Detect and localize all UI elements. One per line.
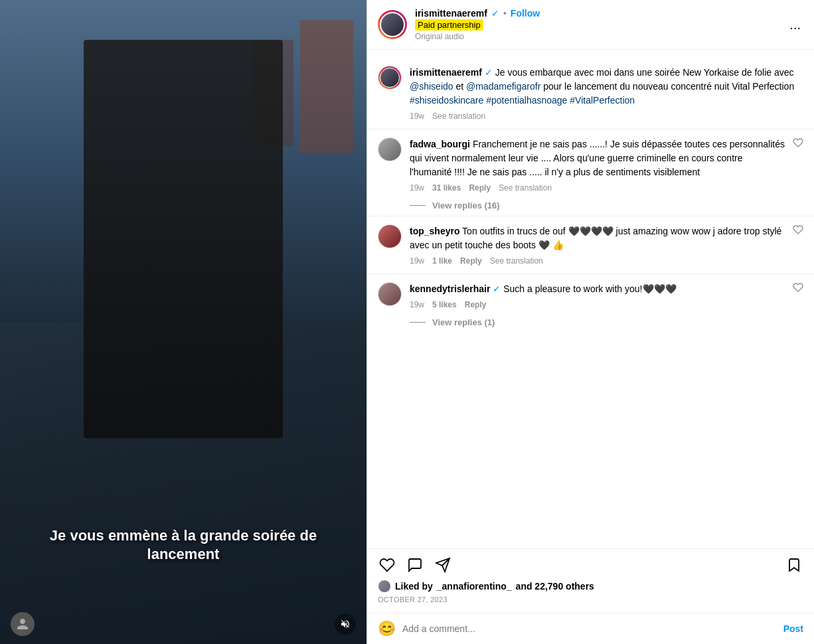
more-options-button[interactable]: ... (787, 15, 803, 35)
fadwa-reply-button[interactable]: Reply (469, 183, 491, 193)
caption-text-part1: Je vous embarque avec moi dans une soiré… (495, 67, 794, 78)
original-audio[interactable]: Original audio (415, 32, 779, 41)
fadwa-username[interactable]: fadwa_bourgi (410, 139, 470, 149)
comments-panel: irismittenaeremf ✓ • Follow Paid partner… (366, 0, 814, 644)
caption-translate-button[interactable]: See translation (432, 112, 485, 121)
video-panel: Je vous emmène à la grande soirée de lan… (0, 0, 366, 644)
kennedy-likes: 5 likes (432, 300, 457, 309)
comment-input[interactable] (402, 623, 777, 634)
caption-text-part2: et (455, 81, 466, 92)
section-divider-2 (367, 216, 814, 216)
kennedy-heart-button[interactable] (793, 282, 803, 295)
likes-avatar (378, 580, 391, 593)
sheyro-text: top_sheyro Ton outfits in trucs de ouf 🖤… (410, 224, 785, 252)
action-left (378, 556, 452, 574)
fadwa-time: 19w (410, 183, 424, 193)
caption-hashtag1[interactable]: #shiseidoskincare (410, 95, 483, 106)
comments-feed: irismittenaeremf ✓ Je vous embarque avec… (367, 50, 814, 548)
dot-separator: • (503, 8, 507, 19)
add-comment-row: 😊 Post (367, 613, 814, 644)
caption-text: irismittenaeremf ✓ Je vous embarque avec… (410, 66, 803, 108)
post-header: irismittenaeremf ✓ • Follow Paid partner… (367, 0, 814, 50)
paid-partnership-badge: Paid partnership (415, 19, 483, 31)
fadwa-likes: 31 likes (432, 183, 461, 193)
fadwa-content: fadwa_bourgi Franchement je ne sais pas … (410, 137, 785, 193)
fadwa-view-replies-row: View replies (16) (367, 198, 814, 213)
like-button[interactable] (378, 556, 396, 574)
comment-button[interactable] (406, 556, 424, 574)
paid-partnership-row: Paid partnership (415, 19, 779, 31)
profile-icon[interactable] (11, 612, 35, 636)
sheyro-content: top_sheyro Ton outfits in trucs de ouf 🖤… (410, 224, 785, 266)
caption-time: 19w (410, 112, 424, 121)
fadwa-meta: 19w 31 likes Reply See translation (410, 183, 785, 193)
kennedy-username[interactable]: kennedytrislerhair (410, 283, 490, 294)
mute-icon[interactable] (335, 613, 356, 635)
follow-button[interactable]: Follow (511, 8, 540, 19)
emoji-button[interactable]: 😊 (378, 620, 396, 637)
fadwa-view-replies-button[interactable]: View replies (16) (432, 201, 500, 210)
caption-text-part3: pour le lancement du nouveau concentré n… (543, 81, 794, 92)
section-divider-3 (367, 274, 814, 274)
video-bottom-bar (0, 604, 366, 644)
video-caption: Je vous emmène à la grande soirée de lan… (0, 526, 366, 564)
section-divider-1 (367, 129, 814, 129)
sheyro-reply-button[interactable]: Reply (460, 256, 482, 266)
caption-content: irismittenaeremf ✓ Je vous embarque avec… (410, 66, 803, 121)
sheyro-translate-button[interactable]: See translation (490, 256, 543, 266)
sheyro-heart-button[interactable] (793, 224, 803, 238)
post-date: October 27, 2023 (378, 596, 803, 604)
kennedy-avatar[interactable] (378, 282, 402, 306)
fadwa-text: fadwa_bourgi Franchement je ne sais pas … (410, 137, 785, 179)
sheyro-time: 19w (410, 256, 424, 266)
caption-mention2[interactable]: @madamefigarofr (466, 81, 540, 92)
comment-kennedy: kennedytrislerhair ✓ Such a pleasure to … (367, 277, 814, 315)
caption-verified: ✓ (485, 67, 493, 78)
header-username[interactable]: irismittenaeremf (415, 8, 487, 19)
post-comment-button[interactable]: Post (783, 623, 803, 634)
fadwa-avatar[interactable] (378, 137, 402, 161)
kennedy-time: 19w (410, 300, 424, 309)
kennedy-verified: ✓ (493, 283, 501, 294)
sheyro-meta: 19w 1 like Reply See translation (410, 256, 785, 266)
post-author-avatar[interactable] (378, 10, 407, 39)
caption-comment: irismittenaeremf ✓ Je vous embarque avec… (367, 60, 814, 126)
fadwa-heart-button[interactable] (793, 137, 803, 151)
caption-username[interactable]: irismittenaeremf (410, 67, 482, 78)
kennedy-reply-button[interactable]: Reply (465, 300, 487, 309)
caption-meta: 19w See translation (410, 112, 803, 121)
kennedy-view-replies-button[interactable]: View replies (1) (432, 317, 495, 327)
comment-sheyro: top_sheyro Ton outfits in trucs de ouf 🖤… (367, 219, 814, 271)
share-button[interactable] (434, 556, 452, 574)
save-button[interactable] (785, 556, 803, 574)
caption-mention1[interactable]: @shiseido (410, 81, 453, 92)
verified-badge: ✓ (491, 8, 499, 19)
caption-author-avatar[interactable] (378, 66, 402, 90)
view-replies-line (410, 205, 426, 206)
likes-user[interactable]: _annafiorentino_ (437, 581, 512, 592)
caption-hashtag3[interactable]: #VitalPerfection (570, 95, 635, 106)
comment-fadwa: fadwa_bourgi Franchement je ne sais pas … (367, 132, 814, 198)
sheyro-likes: 1 like (432, 256, 452, 266)
fadwa-translate-button[interactable]: See translation (499, 183, 552, 193)
kennedy-text-body: Such a pleasure to work with you!🖤🖤🖤 (503, 283, 676, 294)
header-username-row: irismittenaeremf ✓ • Follow (415, 8, 779, 19)
sheyro-avatar[interactable] (378, 224, 402, 248)
action-row (378, 556, 803, 574)
header-info: irismittenaeremf ✓ • Follow Paid partner… (415, 8, 779, 41)
kennedy-content: kennedytrislerhair ✓ Such a pleasure to … (410, 282, 785, 309)
kennedy-meta: 19w 5 likes Reply (410, 300, 785, 309)
sheyro-username[interactable]: top_sheyro (410, 226, 459, 236)
kennedy-text: kennedytrislerhair ✓ Such a pleasure to … (410, 282, 785, 296)
caption-hashtag2[interactable]: #potentialhasnoage (486, 95, 567, 106)
likes-text: Liked by (395, 581, 433, 592)
post-footer: Liked by _annafiorentino_ and 22,790 oth… (367, 548, 814, 613)
sheyro-text-body: Ton outfits in trucs de ouf 🖤🖤🖤🖤 just am… (410, 226, 781, 250)
kennedy-view-replies-line (410, 322, 426, 323)
likes-row: Liked by _annafiorentino_ and 22,790 oth… (378, 580, 803, 593)
likes-others: and 22,790 others (516, 581, 594, 592)
kennedy-view-replies-row: View replies (1) (367, 315, 814, 330)
